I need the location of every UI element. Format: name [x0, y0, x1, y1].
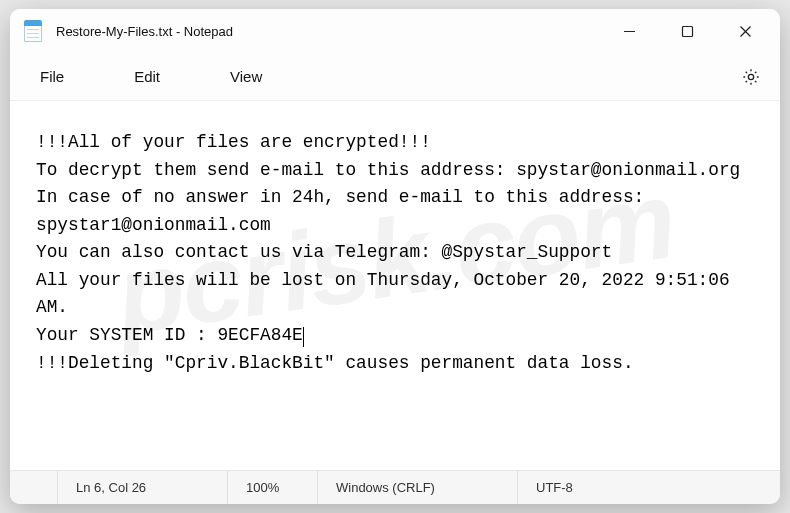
menubar: File Edit View [10, 53, 780, 101]
status-encoding: UTF-8 [518, 471, 780, 504]
status-zoom[interactable]: 100% [228, 471, 318, 504]
minimize-button[interactable] [600, 9, 658, 53]
menu-file[interactable]: File [20, 60, 84, 93]
text-editor[interactable]: !!!All of your files are encrypted!!! To… [10, 101, 780, 470]
text-caret [303, 327, 304, 347]
window-controls [600, 9, 774, 53]
menu-edit[interactable]: Edit [114, 60, 180, 93]
status-position: Ln 6, Col 26 [58, 471, 228, 504]
svg-point-4 [748, 74, 753, 79]
titlebar[interactable]: Restore-My-Files.txt - Notepad [10, 9, 780, 53]
status-eol: Windows (CRLF) [318, 471, 518, 504]
close-button[interactable] [716, 9, 774, 53]
notepad-icon [24, 20, 42, 42]
notepad-window: Restore-My-Files.txt - Notepad File Edit… [10, 9, 780, 504]
svg-rect-1 [682, 26, 692, 36]
window-title: Restore-My-Files.txt - Notepad [56, 24, 233, 39]
menu-view[interactable]: View [210, 60, 282, 93]
settings-button[interactable] [732, 58, 770, 96]
statusbar: Ln 6, Col 26 100% Windows (CRLF) UTF-8 [10, 470, 780, 504]
document-text: !!!All of your files are encrypted!!! To… [36, 132, 740, 345]
maximize-button[interactable] [658, 9, 716, 53]
status-spacer [10, 471, 58, 504]
document-text-after-caret: !!!Deleting "Cpriv.BlackBit" causes perm… [36, 353, 634, 373]
